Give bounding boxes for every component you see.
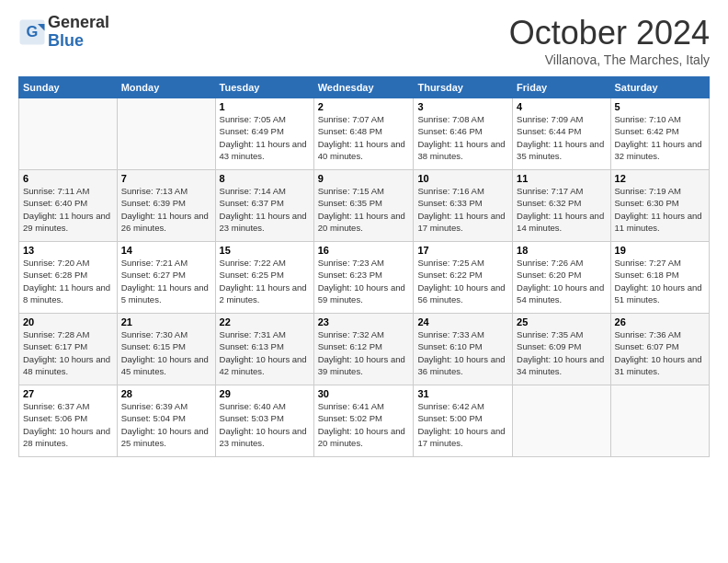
header-wednesday: Wednesday: [313, 77, 414, 98]
calendar-cell: 22Sunrise: 7:31 AM Sunset: 6:13 PM Dayli…: [215, 314, 313, 385]
weekday-row: Sunday Monday Tuesday Wednesday Thursday…: [19, 77, 710, 98]
day-number: 8: [220, 173, 310, 184]
calendar-cell: 20Sunrise: 7:28 AM Sunset: 6:17 PM Dayli…: [19, 314, 118, 385]
day-number: 21: [121, 316, 211, 327]
calendar-cell: 19Sunrise: 7:27 AM Sunset: 6:18 PM Dayli…: [610, 242, 709, 314]
day-info: Sunrise: 7:21 AM Sunset: 6:27 PM Dayligh…: [121, 257, 211, 305]
calendar-cell: 9Sunrise: 7:15 AM Sunset: 6:35 PM Daylig…: [313, 170, 414, 242]
calendar-cell: 25Sunrise: 7:35 AM Sunset: 6:09 PM Dayli…: [513, 314, 610, 385]
calendar-cell: 18Sunrise: 7:26 AM Sunset: 6:20 PM Dayli…: [513, 242, 610, 314]
day-info: Sunrise: 7:11 AM Sunset: 6:40 PM Dayligh…: [23, 185, 113, 234]
day-number: 11: [517, 173, 606, 184]
calendar-cell: 16Sunrise: 7:23 AM Sunset: 6:23 PM Dayli…: [313, 242, 414, 314]
day-info: Sunrise: 7:27 AM Sunset: 6:18 PM Dayligh…: [615, 257, 705, 305]
day-number: 6: [23, 173, 113, 184]
day-number: 19: [615, 245, 705, 256]
calendar-cell: 12Sunrise: 7:19 AM Sunset: 6:30 PM Dayli…: [610, 170, 709, 242]
day-info: Sunrise: 6:40 AM Sunset: 5:03 PM Dayligh…: [220, 400, 310, 449]
day-number: 3: [417, 101, 508, 112]
month-title: October 2024: [509, 14, 710, 52]
day-info: Sunrise: 7:16 AM Sunset: 6:33 PM Dayligh…: [417, 185, 508, 234]
calendar-cell: 8Sunrise: 7:14 AM Sunset: 6:37 PM Daylig…: [215, 170, 313, 242]
day-number: 1: [220, 101, 310, 112]
calendar-cell: [513, 385, 610, 457]
day-number: 30: [318, 388, 410, 399]
calendar-cell: 4Sunrise: 7:09 AM Sunset: 6:44 PM Daylig…: [513, 98, 610, 170]
day-number: 2: [318, 101, 410, 112]
day-number: 20: [23, 316, 113, 327]
calendar-cell: 5Sunrise: 7:10 AM Sunset: 6:42 PM Daylig…: [610, 98, 709, 170]
day-info: Sunrise: 7:10 AM Sunset: 6:42 PM Dayligh…: [615, 113, 705, 162]
day-info: Sunrise: 7:32 AM Sunset: 6:12 PM Dayligh…: [318, 328, 410, 377]
calendar-table: Sunday Monday Tuesday Wednesday Thursday…: [18, 76, 710, 457]
header-friday: Friday: [513, 77, 610, 98]
calendar-cell: 27Sunrise: 6:37 AM Sunset: 5:06 PM Dayli…: [19, 385, 118, 457]
logo-blue-text: Blue: [48, 32, 109, 51]
day-info: Sunrise: 7:28 AM Sunset: 6:17 PM Dayligh…: [23, 328, 113, 377]
day-number: 7: [121, 173, 211, 184]
day-number: 4: [517, 101, 606, 112]
day-number: 9: [318, 173, 410, 184]
day-info: Sunrise: 6:42 AM Sunset: 5:00 PM Dayligh…: [417, 400, 508, 449]
day-info: Sunrise: 7:13 AM Sunset: 6:39 PM Dayligh…: [121, 185, 211, 234]
calendar-header: Sunday Monday Tuesday Wednesday Thursday…: [19, 77, 710, 98]
calendar-cell: 15Sunrise: 7:22 AM Sunset: 6:25 PM Dayli…: [215, 242, 313, 314]
header-sunday: Sunday: [19, 77, 118, 98]
day-info: Sunrise: 7:36 AM Sunset: 6:07 PM Dayligh…: [615, 328, 705, 377]
day-info: Sunrise: 7:05 AM Sunset: 6:49 PM Dayligh…: [220, 113, 310, 162]
calendar-cell: [610, 385, 709, 457]
header: G General Blue October 2024 Villanova, T…: [18, 14, 710, 67]
calendar-cell: 17Sunrise: 7:25 AM Sunset: 6:22 PM Dayli…: [414, 242, 513, 314]
day-number: 29: [220, 388, 310, 399]
calendar-cell: 29Sunrise: 6:40 AM Sunset: 5:03 PM Dayli…: [215, 385, 313, 457]
day-number: 5: [615, 101, 705, 112]
logo-general-text: General: [48, 14, 109, 32]
day-info: Sunrise: 7:35 AM Sunset: 6:09 PM Dayligh…: [517, 328, 606, 377]
day-number: 23: [318, 316, 410, 327]
day-number: 15: [220, 245, 310, 256]
calendar-week-3: 20Sunrise: 7:28 AM Sunset: 6:17 PM Dayli…: [19, 314, 710, 385]
day-info: Sunrise: 7:31 AM Sunset: 6:13 PM Dayligh…: [220, 328, 310, 377]
calendar-body: 1Sunrise: 7:05 AM Sunset: 6:49 PM Daylig…: [19, 98, 710, 457]
day-number: 18: [517, 245, 606, 256]
day-number: 10: [417, 173, 508, 184]
calendar-cell: 7Sunrise: 7:13 AM Sunset: 6:39 PM Daylig…: [117, 170, 215, 242]
day-number: 17: [417, 245, 508, 256]
day-number: 27: [23, 388, 113, 399]
day-number: 24: [417, 316, 508, 327]
location: Villanova, The Marches, Italy: [509, 52, 710, 67]
logo: G General Blue: [18, 14, 109, 51]
day-number: 12: [615, 173, 705, 184]
day-info: Sunrise: 6:39 AM Sunset: 5:04 PM Dayligh…: [121, 400, 211, 449]
day-info: Sunrise: 7:23 AM Sunset: 6:23 PM Dayligh…: [318, 257, 410, 305]
day-number: 13: [23, 245, 113, 256]
calendar-cell: 11Sunrise: 7:17 AM Sunset: 6:32 PM Dayli…: [513, 170, 610, 242]
day-info: Sunrise: 7:30 AM Sunset: 6:15 PM Dayligh…: [121, 328, 211, 377]
day-info: Sunrise: 7:19 AM Sunset: 6:30 PM Dayligh…: [615, 185, 705, 234]
calendar-cell: [19, 98, 118, 170]
header-monday: Monday: [117, 77, 215, 98]
calendar-cell: 14Sunrise: 7:21 AM Sunset: 6:27 PM Dayli…: [117, 242, 215, 314]
day-info: Sunrise: 6:37 AM Sunset: 5:06 PM Dayligh…: [23, 400, 113, 449]
calendar-cell: 10Sunrise: 7:16 AM Sunset: 6:33 PM Dayli…: [414, 170, 513, 242]
calendar-cell: [117, 98, 215, 170]
calendar-cell: 23Sunrise: 7:32 AM Sunset: 6:12 PM Dayli…: [313, 314, 414, 385]
header-saturday: Saturday: [610, 77, 709, 98]
logo-icon: G: [18, 18, 46, 46]
calendar-week-1: 6Sunrise: 7:11 AM Sunset: 6:40 PM Daylig…: [19, 170, 710, 242]
day-info: Sunrise: 7:15 AM Sunset: 6:35 PM Dayligh…: [318, 185, 410, 234]
day-info: Sunrise: 7:17 AM Sunset: 6:32 PM Dayligh…: [517, 185, 606, 234]
svg-text:G: G: [27, 22, 39, 39]
day-number: 28: [121, 388, 211, 399]
day-number: 22: [220, 316, 310, 327]
day-info: Sunrise: 7:25 AM Sunset: 6:22 PM Dayligh…: [417, 257, 508, 305]
day-info: Sunrise: 7:08 AM Sunset: 6:46 PM Dayligh…: [417, 113, 508, 162]
day-info: Sunrise: 7:33 AM Sunset: 6:10 PM Dayligh…: [417, 328, 508, 377]
calendar-cell: 26Sunrise: 7:36 AM Sunset: 6:07 PM Dayli…: [610, 314, 709, 385]
day-info: Sunrise: 7:07 AM Sunset: 6:48 PM Dayligh…: [318, 113, 410, 162]
calendar-cell: 3Sunrise: 7:08 AM Sunset: 6:46 PM Daylig…: [414, 98, 513, 170]
day-info: Sunrise: 7:20 AM Sunset: 6:28 PM Dayligh…: [23, 257, 113, 305]
calendar-cell: 28Sunrise: 6:39 AM Sunset: 5:04 PM Dayli…: [117, 385, 215, 457]
day-info: Sunrise: 7:26 AM Sunset: 6:20 PM Dayligh…: [517, 257, 606, 305]
calendar-cell: 31Sunrise: 6:42 AM Sunset: 5:00 PM Dayli…: [414, 385, 513, 457]
